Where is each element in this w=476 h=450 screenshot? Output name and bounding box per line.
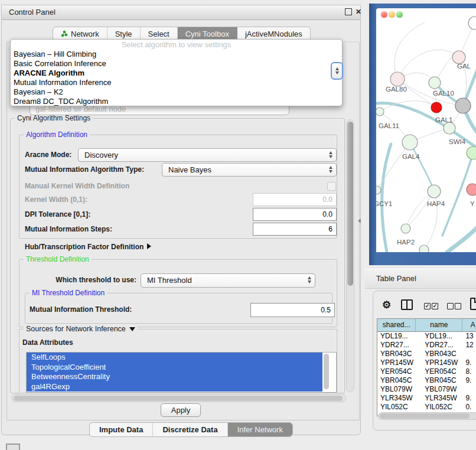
table-row[interactable]: YER054CYER054C8. — [377, 367, 476, 376]
node-unlabeled[interactable] — [431, 102, 442, 113]
algorithm-option-mutual-information-inference[interactable]: Mutual Information Inference — [13, 78, 340, 87]
node-label-swi4: SWI4 — [449, 138, 466, 145]
checked-checkbox-icon[interactable]: ✓ — [432, 303, 438, 309]
table-row[interactable]: YLR345WYLR345W9. — [377, 394, 476, 403]
tab-discretize-data[interactable]: Discretize Data — [153, 423, 227, 436]
aracne-mode-value: Discovery — [84, 151, 118, 159]
attribute-item-gal4rgexp[interactable]: gal4RGexp — [27, 382, 322, 392]
table-hscroll-thumb[interactable] — [380, 413, 470, 419]
column-header-name[interactable]: name — [416, 319, 462, 331]
settings-hscroll-track[interactable] — [11, 394, 346, 402]
mi-threshold-field[interactable]: 0.5 — [250, 303, 335, 317]
tab-select[interactable]: Select — [141, 27, 178, 40]
network-tab-icon — [61, 30, 68, 37]
node-unlabeled[interactable] — [467, 146, 476, 159]
node-y[interactable] — [467, 184, 476, 195]
tab-network[interactable]: Network — [53, 27, 107, 40]
splitter-collapse-icon[interactable] — [358, 219, 361, 223]
node-label-hap4: HAP4 — [427, 200, 445, 207]
table-row[interactable]: YDL19...YDL19...13 — [377, 332, 476, 341]
cyni-algorithm-settings-group: Cyni Algorithm Settings Algorithm Defini… — [10, 118, 345, 393]
attribute-item-selfloops[interactable]: SelfLoops — [27, 353, 322, 363]
table-row[interactable]: YBR045CYBR045C9. — [377, 376, 476, 385]
aracne-mode-combo[interactable]: Discovery — [78, 148, 337, 162]
threshold-definition-title: Threshold Definition — [24, 255, 92, 263]
manual-kernel-label: Manual Kernel Width Definition — [25, 180, 129, 193]
column-header-a[interactable]: A — [462, 319, 476, 331]
node-hap2[interactable] — [401, 224, 410, 233]
node-label-gal: GAL — [457, 63, 471, 70]
gear-icon[interactable]: ⚙ — [382, 299, 391, 311]
node-gal1[interactable] — [444, 122, 455, 134]
table-panel-title: Table Panel — [376, 274, 416, 283]
tab-jactivemnodules[interactable]: jActiveMNodules — [237, 27, 310, 40]
unchecked-checkbox-icon[interactable] — [447, 303, 454, 309]
close-icon[interactable]: ✕ — [355, 8, 362, 15]
attributes-scrollbar[interactable] — [324, 354, 329, 389]
mi-steps-field[interactable]: 6 — [253, 223, 337, 236]
settings-vscroll-track[interactable] — [346, 119, 354, 392]
node-gal11[interactable] — [376, 107, 384, 116]
tab-label: Infer Network — [237, 425, 283, 434]
tab-infer-network[interactable]: Infer Network — [228, 423, 292, 436]
tab-label: Network — [71, 30, 99, 38]
table-row[interactable]: YPR145WYPR145W9. — [377, 358, 476, 367]
data-attributes-label: Data Attributes — [22, 336, 73, 350]
algorithm-option-bayesian-hill-climbing[interactable]: Bayesian – Hill Climbing — [13, 50, 340, 59]
which-threshold-combo[interactable]: MI Threshold — [141, 273, 315, 288]
columns-icon[interactable] — [401, 299, 413, 310]
tab-impute-data[interactable]: Impute Data — [90, 423, 153, 436]
data-attributes-list[interactable]: SelfLoopsTopologicalCoefficientBetweenne… — [26, 352, 337, 393]
tab-label: Cyni Toolbox — [185, 30, 229, 38]
node-unlabeled[interactable] — [455, 98, 471, 113]
column-header-shared[interactable]: shared... — [377, 319, 416, 331]
hub-definition-toggle[interactable]: Hub/Transcription Factor Definition — [25, 240, 151, 254]
manual-kernel-checkbox[interactable] — [327, 182, 336, 191]
mi-type-combo[interactable]: Naive Bayes — [162, 163, 337, 177]
control-panel-title: Control Panel — [9, 8, 56, 17]
node-gal4[interactable] — [402, 135, 418, 150]
table-cell: YLR345W — [416, 394, 462, 403]
node-label-gal11: GAL11 — [379, 122, 399, 129]
settings-hscroll-thumb[interactable] — [14, 396, 343, 401]
collapsed-panel-icon[interactable] — [6, 444, 20, 450]
unchecked-checkbox-icon[interactable] — [455, 303, 461, 309]
float-window-icon[interactable] — [345, 8, 352, 15]
algorithm-option-basic-correlation-inference[interactable]: Basic Correlation Inference — [13, 59, 340, 69]
node-table: shared...nameA YDL19...YDL19...13YDR27..… — [377, 318, 476, 416]
table-row[interactable]: YBR043CYBR043C — [377, 350, 476, 358]
sources-group-title[interactable]: Sources for Network Inference — [24, 325, 138, 333]
table-hscroll-track[interactable] — [378, 412, 476, 420]
table-cell: YIL052C — [416, 403, 462, 412]
node-gcy1[interactable] — [376, 186, 381, 194]
node-gal[interactable] — [452, 51, 465, 64]
attribute-item-betweennesscentrality[interactable]: BetweennessCentrality — [27, 372, 322, 382]
node-hap4[interactable] — [428, 185, 441, 198]
table-row[interactable]: YDR27...YDR27...12 — [377, 341, 476, 350]
attribute-item-topologicalcoefficient[interactable]: TopologicalCoefficient — [27, 363, 322, 373]
node-gal10[interactable] — [429, 77, 441, 89]
document-icon[interactable] — [470, 298, 476, 310]
algorithm-placeholder: Select algorithm to view settings — [11, 40, 342, 50]
checked-checkbox-icon[interactable]: ✓ — [424, 303, 431, 309]
settings-vscroll-thumb[interactable] — [347, 122, 353, 286]
kernel-width-field[interactable]: 0.0 — [253, 193, 337, 206]
expand-right-icon — [147, 243, 151, 249]
node-gal80[interactable] — [390, 72, 405, 86]
network-canvas[interactable]: GALGAL80GAL10GAL1GAL11SWI4GAL4GCY1HAP4YH… — [376, 8, 476, 252]
tab-cyni-toolbox[interactable]: Cyni Toolbox — [178, 27, 237, 40]
table-row[interactable]: YBL079WYBL079W — [377, 385, 476, 394]
tab-label: jActiveMNodules — [245, 30, 302, 38]
node-unlabeled[interactable] — [419, 245, 429, 252]
node-unlabeled[interactable] — [468, 17, 476, 30]
table-cell: YPR145W — [377, 358, 416, 367]
algorithm-option-bayesian-k2[interactable]: Bayesian – K2 — [13, 87, 340, 97]
control-panel-titlebar: Control Panel ✕ — [2, 5, 360, 20]
dpi-tolerance-field[interactable]: 0.0 — [253, 208, 337, 221]
algorithm-combo-spinner[interactable] — [331, 62, 343, 80]
table-row[interactable]: YIL052CYIL052C0. — [377, 403, 476, 412]
algorithm-option-aracne-algorithm[interactable]: ARACNE Algorithm — [13, 69, 340, 78]
algorithm-option-dream8-dc-tdc-algorithm[interactable]: Dream8 DC_TDC Algorithm — [13, 97, 340, 106]
apply-button[interactable]: Apply — [161, 403, 201, 417]
tab-style[interactable]: Style — [107, 27, 141, 40]
